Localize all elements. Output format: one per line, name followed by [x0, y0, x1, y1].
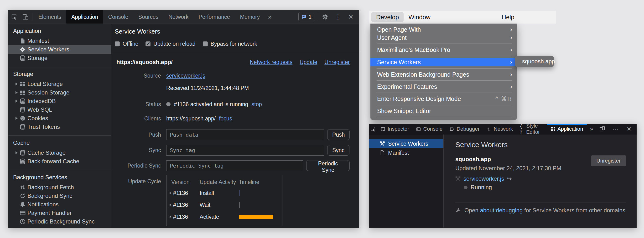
checkbox-checked-icon[interactable]	[146, 41, 150, 46]
sidebar-item-service-workers[interactable]: Service Workers	[369, 139, 444, 148]
expand-arrow-icon[interactable]	[16, 151, 18, 154]
worker-file-link[interactable]: serviceworker.js	[464, 175, 504, 182]
menu-item-user-agent[interactable]: User Agent	[370, 34, 517, 42]
tab-network[interactable]: Network	[164, 10, 194, 23]
settings-gear-icon[interactable]	[320, 14, 331, 20]
menu-item-experimental-features[interactable]: Experimental Features	[370, 83, 517, 91]
close-icon[interactable]	[345, 13, 356, 21]
checkbox-icon[interactable]	[115, 41, 120, 46]
tab-style-editor[interactable]: Style Editor	[516, 124, 547, 134]
kebab-menu-icon[interactable]	[332, 13, 344, 21]
device-toolbar-icon[interactable]	[20, 10, 31, 23]
sync-button[interactable]: Sync	[327, 145, 350, 156]
menubar-item-help[interactable]: Help	[497, 12, 519, 22]
sidebar-item-cache-storage[interactable]: Cache Storage	[8, 148, 111, 157]
sidebar-item-notifications[interactable]: Notifications	[8, 200, 111, 209]
tab-debugger[interactable]: Debugger	[446, 124, 483, 134]
service-workers-submenu[interactable]: squoosh.app	[515, 56, 554, 67]
pick-element-icon[interactable]	[369, 124, 377, 134]
menu-separator	[376, 93, 512, 93]
tab-application[interactable]: Application	[547, 124, 587, 134]
app-grid-icon	[550, 127, 555, 131]
expand-arrow-icon[interactable]	[170, 204, 172, 206]
update-link[interactable]: Update	[300, 58, 317, 66]
sidebar-item-session-storage[interactable]: Session Storage	[8, 88, 111, 97]
expand-arrow-icon[interactable]	[16, 91, 18, 94]
menu-item-service-workers[interactable]: Service Workers	[370, 58, 517, 66]
expand-arrow-icon[interactable]	[170, 216, 172, 218]
unregister-link[interactable]: Unregister	[324, 58, 350, 66]
menu-item-web-extension-background-pages[interactable]: Web Extension Background Pages	[370, 70, 517, 79]
network-requests-link[interactable]: Network requests	[250, 58, 292, 66]
menu-separator	[376, 68, 512, 69]
tab-memory[interactable]: Memory	[235, 10, 265, 23]
menu-item-enter-responsive-design-mode[interactable]: Enter Responsive Design Mode^ ⌘R	[370, 95, 517, 103]
sidebar-item-service-workers[interactable]: Service Workers	[8, 45, 111, 54]
tab-application[interactable]: Application	[66, 10, 103, 23]
sidebar-item-trust-tokens[interactable]: Trust Tokens	[8, 122, 111, 131]
expand-arrow-icon[interactable]	[16, 117, 18, 120]
tab-performance[interactable]: Performance	[194, 10, 235, 23]
sidebar-item-local-storage[interactable]: Local Storage	[8, 80, 111, 88]
checkbox-icon[interactable]	[203, 41, 208, 46]
timeline-tick-icon	[239, 190, 240, 196]
close-icon[interactable]	[623, 126, 635, 132]
open-file-arrow-icon[interactable]	[507, 175, 512, 182]
submenu-item-squoosh[interactable]: squoosh.app	[522, 58, 555, 65]
tab-elements[interactable]: Elements	[34, 10, 66, 23]
expand-arrow-icon[interactable]	[16, 100, 18, 103]
console-messages-badge[interactable]: 1	[298, 13, 314, 21]
meatball-menu-icon[interactable]	[610, 125, 621, 133]
status-dot-icon	[464, 186, 468, 189]
table-row[interactable]: #1136 Activate	[166, 211, 282, 223]
update-on-reload-checkbox[interactable]: Update on reload	[146, 41, 195, 47]
menu-separator	[376, 44, 512, 44]
offline-checkbox[interactable]: Offline	[115, 41, 138, 47]
sidebar-item-periodic-background-sync[interactable]: Periodic Background Sync	[8, 217, 111, 226]
menu-item-show-snippet-editor[interactable]: Show Snippet Editor	[370, 107, 517, 115]
expand-arrow-icon[interactable]	[170, 192, 172, 194]
sidebar-item-manifest[interactable]: Manifest	[8, 37, 111, 45]
table-row[interactable]: #1136 Wait	[166, 199, 282, 211]
about-debugging-link[interactable]: about:debugging	[480, 207, 522, 214]
unregister-button[interactable]: Unregister	[591, 155, 626, 166]
submenu-chevron-icon	[510, 83, 512, 90]
push-data-input[interactable]	[166, 129, 324, 140]
tab-console[interactable]: Console	[103, 10, 133, 23]
sidebar-item-payment-handler[interactable]: Payment Handler	[8, 209, 111, 217]
bypass-for-network-checkbox[interactable]: Bypass for network	[203, 41, 257, 47]
focus-link[interactable]: focus	[219, 115, 232, 122]
periodic-sync-button[interactable]: Periodic Sync	[306, 160, 350, 171]
sidebar-item-cookies[interactable]: Cookies	[8, 114, 111, 122]
sidebar-item-web-sql[interactable]: Web SQL	[8, 106, 111, 114]
stop-link[interactable]: stop	[252, 101, 262, 108]
sidebar-item-indexeddb[interactable]: IndexedDB	[8, 97, 111, 106]
sidebar-item-background-sync[interactable]: Background Sync	[8, 192, 111, 200]
table-row[interactable]: #1136 Install	[166, 187, 282, 199]
status-text: #1136 activated and is running	[174, 101, 248, 108]
menu-item-open-page-with[interactable]: Open Page With	[370, 25, 517, 34]
sidebar-item-storage[interactable]: Storage	[8, 54, 111, 62]
menu-separator	[376, 105, 512, 105]
sidebar-item-background-fetch[interactable]: Background Fetch	[8, 183, 111, 192]
expand-arrow-icon[interactable]	[16, 83, 18, 85]
menubar-item-window[interactable]: Window	[404, 12, 435, 22]
sidebar-item-manifest[interactable]: Manifest	[369, 148, 444, 157]
push-button[interactable]: Push	[327, 129, 350, 140]
sidebar-item-push-messaging[interactable]: Push Messaging	[8, 226, 111, 228]
tab-sources[interactable]: Sources	[133, 10, 164, 23]
source-file-link[interactable]: serviceworker.js	[166, 73, 205, 79]
menubar-item-develop[interactable]: Develop	[371, 12, 404, 22]
more-tabs-icon[interactable]	[587, 126, 596, 132]
tab-inspector[interactable]: Inspector	[377, 124, 413, 134]
periodic-sync-tag-input[interactable]	[166, 160, 303, 171]
more-tabs-icon[interactable]	[265, 13, 275, 21]
sidebar-item-back-forward-cache[interactable]: Back-forward Cache	[8, 157, 111, 166]
sync-tag-input[interactable]	[166, 145, 324, 156]
sidebar-section-cache: Cache Cache Storage Back-forward Cache	[8, 136, 111, 170]
responsive-design-icon[interactable]	[596, 126, 608, 132]
inspect-element-icon[interactable]	[8, 10, 20, 23]
menu-item-macbook-pro[interactable]: Maximiliano’s MacBook Pro	[370, 46, 517, 54]
tab-network[interactable]: Network	[483, 124, 517, 134]
tab-console[interactable]: Console	[413, 124, 446, 134]
